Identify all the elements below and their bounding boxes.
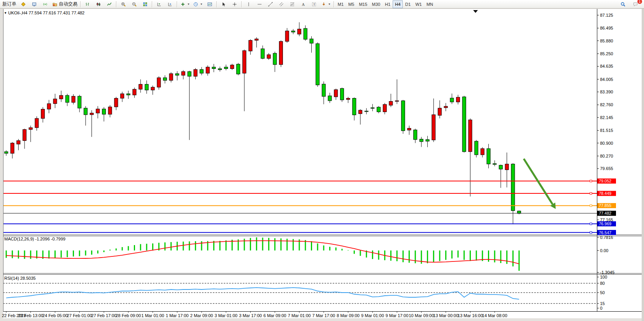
svg-text:76.969: 76.969 [599, 221, 611, 226]
line-handle[interactable] [590, 232, 592, 233]
periods-button[interactable]: ▼ [191, 0, 204, 9]
timeframe-h1-button[interactable]: H1 [383, 0, 393, 8]
market-watch-button[interactable] [29, 0, 40, 9]
svg-text:78.449: 78.449 [599, 191, 611, 196]
auto-trading-button[interactable]: 自动交易 [51, 0, 79, 9]
ohlc-bars-icon [85, 2, 90, 7]
svg-text:50: 50 [600, 290, 605, 295]
candle-body [84, 108, 87, 115]
svg-text:27 Feb 17:00: 27 Feb 17:00 [91, 313, 117, 318]
timeframe-mn-button[interactable]: MN [424, 0, 435, 8]
candle-body [157, 78, 161, 87]
line-handle[interactable] [590, 223, 592, 225]
candle-body [126, 94, 130, 95]
candle-body [475, 141, 478, 155]
candle-body [365, 111, 368, 112]
candle-body [139, 84, 142, 89]
search-button[interactable] [618, 0, 628, 9]
channel-button[interactable] [276, 0, 287, 9]
line-handle[interactable] [590, 193, 592, 195]
text-t-icon: T [311, 2, 317, 7]
template-icon [207, 2, 212, 7]
svg-text:80.270: 80.270 [600, 154, 613, 158]
candle-body [182, 72, 185, 75]
bar-chart-button[interactable] [82, 0, 93, 9]
svg-text:9 Mar 17:00: 9 Mar 17:00 [386, 313, 409, 318]
magnifier-icon [620, 2, 626, 7]
right-scroll-strip[interactable] [642, 9, 644, 321]
candle-body [407, 128, 411, 130]
timeframe-m15-button[interactable]: M15 [356, 0, 369, 8]
timeframe-m5-button[interactable]: M5 [346, 0, 356, 8]
zoom-out-button[interactable] [129, 0, 140, 9]
crosshair-button[interactable] [229, 0, 240, 9]
timeframe-d1-button[interactable]: D1 [403, 0, 413, 8]
cursor-button[interactable] [218, 0, 229, 9]
candle-body [218, 69, 222, 70]
tile-windows-button[interactable] [140, 0, 151, 9]
toolbar-separator [241, 1, 242, 7]
svg-text:87.125: 87.125 [600, 13, 613, 18]
candle-body [273, 53, 277, 65]
chart-canvas[interactable]: 87.12586.49585.88085.25084.63584.00583.3… [0, 0, 644, 321]
vertical-line-button[interactable] [243, 0, 254, 9]
auto-scroll-button[interactable] [165, 0, 175, 9]
candle-body [377, 107, 381, 112]
svg-text:7 Mar 01:00: 7 Mar 01:00 [288, 313, 311, 318]
order-icon-button[interactable] [18, 0, 29, 9]
dropdown-arrow-icon: ▼ [187, 3, 190, 5]
signals-button[interactable] [40, 0, 51, 9]
timeframe-m30-button[interactable]: M30 [370, 0, 383, 8]
text-button[interactable]: A [298, 0, 309, 9]
svg-text:1 Mar 17:00: 1 Mar 17:00 [166, 313, 189, 318]
fibonacci-button[interactable] [287, 0, 298, 9]
blue-monitor-icon [32, 2, 37, 7]
svg-text:76.547: 76.547 [599, 230, 611, 235]
candle-body [72, 96, 75, 102]
svg-text:-1.3045: -1.3045 [600, 270, 614, 275]
svg-text:80.900: 80.900 [600, 141, 613, 146]
main-toolbar: 新订单自动交易▼▼AT▼M1M5M15M30H1H4D1W1MN1 [0, 0, 644, 9]
green-signal-icon [42, 2, 48, 7]
candle-body [285, 31, 289, 41]
dropdown-arrow-icon: ▼ [200, 3, 203, 5]
arrows-button[interactable]: ▼ [319, 0, 332, 9]
text-label-button[interactable]: T [309, 0, 319, 9]
zoom-in-icon [121, 2, 126, 7]
chart-symbol-label[interactable]: ▼UKOil-,H4 77.594 77.616 77.431 77.482 [4, 11, 84, 15]
crosshair-icon [232, 2, 237, 7]
candle-body [298, 29, 301, 34]
candlestick-chart-button[interactable] [93, 0, 104, 9]
indicators-button[interactable]: ▼ [179, 0, 191, 9]
candle-body [212, 67, 216, 68]
candle-body [322, 84, 325, 96]
new-order-button-label: 新订单 [2, 1, 16, 7]
auto-trading-button-label: 自动交易 [59, 1, 77, 7]
timeframe-m1-button[interactable]: M1 [335, 0, 346, 8]
line-handle[interactable] [590, 180, 592, 182]
candle-body [65, 95, 69, 102]
zoom-in-button[interactable] [118, 0, 129, 9]
new-order-button[interactable]: 新订单 [1, 0, 18, 9]
chart-shift-button[interactable] [154, 0, 165, 9]
toolbar-separator [152, 1, 153, 7]
timeframe-h4-button[interactable]: H4 [393, 0, 403, 8]
timeframe-w1-button[interactable]: W1 [413, 0, 424, 8]
candle-body [316, 44, 319, 85]
svg-text:77.855: 77.855 [599, 203, 611, 208]
line-handle[interactable] [590, 205, 592, 207]
candle-body [438, 108, 441, 115]
templates-button[interactable] [204, 0, 215, 9]
toolbar-separator [80, 1, 81, 7]
trendline-button[interactable] [265, 0, 276, 9]
line-chart-button[interactable] [104, 0, 115, 9]
candle-body [304, 28, 307, 39]
candlestick-icon [96, 2, 101, 7]
svg-text:1 Mar 01:00: 1 Mar 01:00 [141, 313, 164, 318]
horizontal-line-button[interactable] [254, 0, 265, 9]
pointer-icon [221, 2, 226, 7]
tile-windows-icon [142, 2, 148, 7]
candle-body [96, 109, 100, 113]
candle-body [60, 95, 63, 99]
chat-button[interactable]: 1 [630, 0, 641, 9]
